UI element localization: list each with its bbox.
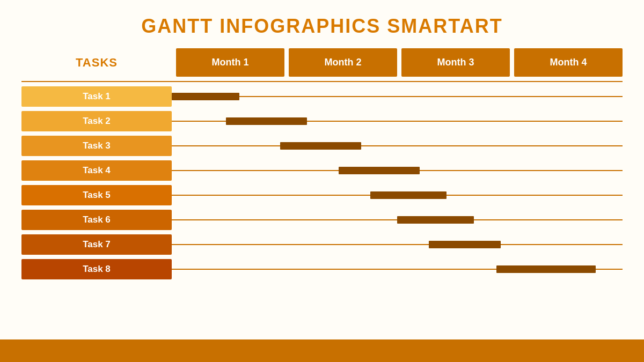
tasks-grid: Task 1Task 2Task 3Task 4Task 5Task 6Task… [21, 85, 623, 280]
footer-bar [0, 339, 644, 362]
task-label-5: Task 5 [21, 185, 172, 205]
page-title: GANTT INFOGRAPHICS SMARTART [0, 0, 644, 48]
task-baseline-1 [172, 96, 623, 97]
month-3-header: Month 3 [401, 48, 510, 77]
header-row: TASKS Month 1 Month 2 Month 3 Month 4 [21, 48, 623, 77]
task-row-8: Task 8 [21, 258, 623, 280]
task-label-6: Task 6 [21, 210, 172, 230]
task-bar-area-3 [172, 136, 623, 156]
task-highlight-bar-5 [370, 191, 447, 199]
task-highlight-bar-4 [339, 167, 420, 174]
task-label-7: Task 7 [21, 234, 172, 255]
task-label-8: Task 8 [21, 259, 172, 279]
task-highlight-bar-7 [429, 241, 501, 248]
task-label-2: Task 2 [21, 111, 172, 131]
chart-container: TASKS Month 1 Month 2 Month 3 Month 4 Ta… [0, 48, 644, 280]
task-bar-area-2 [172, 111, 623, 131]
task-row-3: Task 3 [21, 135, 623, 157]
task-row-4: Task 4 [21, 159, 623, 182]
task-highlight-bar-6 [397, 216, 474, 224]
task-row-1: Task 1 [21, 85, 623, 108]
task-baseline-7 [172, 244, 623, 245]
task-label-3: Task 3 [21, 136, 172, 156]
task-bar-area-1 [172, 86, 623, 107]
month-1-header: Month 1 [176, 48, 284, 77]
month-4-header: Month 4 [514, 48, 623, 77]
task-row-7: Task 7 [21, 233, 623, 256]
task-highlight-bar-1 [172, 93, 239, 100]
task-highlight-bar-2 [226, 117, 307, 125]
task-baseline-3 [172, 145, 623, 146]
task-row-6: Task 6 [21, 209, 623, 231]
task-bar-area-5 [172, 185, 623, 205]
task-row-2: Task 2 [21, 110, 623, 132]
tasks-column-header: TASKS [21, 48, 172, 77]
task-highlight-bar-3 [280, 142, 361, 150]
task-row-5: Task 5 [21, 184, 623, 206]
task-bar-area-8 [172, 259, 623, 279]
header-divider [21, 81, 623, 82]
task-label-1: Task 1 [21, 86, 172, 107]
task-bar-area-7 [172, 234, 623, 255]
month-2-header: Month 2 [289, 48, 397, 77]
task-label-4: Task 4 [21, 160, 172, 181]
task-bar-area-4 [172, 160, 623, 181]
task-bar-area-6 [172, 210, 623, 230]
task-highlight-bar-8 [496, 265, 596, 273]
